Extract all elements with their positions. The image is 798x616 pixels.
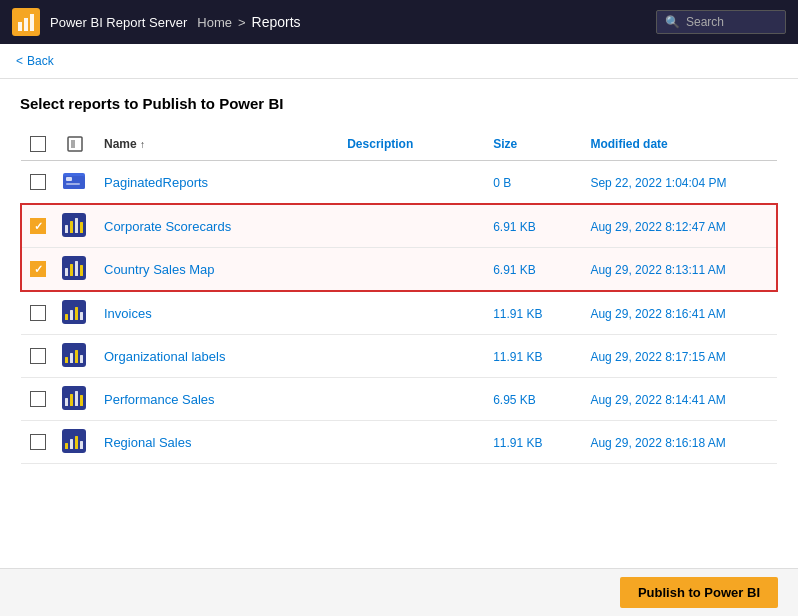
breadcrumb-home[interactable]: Home [197, 15, 232, 30]
item-modified-date: Aug 29, 2022 8:16:41 AM [590, 307, 725, 321]
row-checkbox[interactable] [30, 261, 46, 277]
item-icon [62, 429, 88, 455]
svg-rect-1 [18, 22, 22, 31]
svg-rect-13 [75, 218, 78, 233]
breadcrumb-separator: > [238, 15, 246, 30]
row-checkbox[interactable] [30, 174, 46, 190]
search-box[interactable]: 🔍 Search [656, 10, 786, 34]
item-name[interactable]: Performance Sales [104, 392, 215, 407]
svg-rect-36 [65, 443, 68, 449]
header-size[interactable]: Size [485, 128, 582, 161]
svg-rect-27 [70, 353, 73, 363]
svg-rect-5 [71, 140, 75, 148]
item-icon [62, 213, 88, 239]
svg-rect-37 [70, 439, 73, 449]
item-modified-date: Aug 29, 2022 8:12:47 AM [590, 220, 725, 234]
item-modified-date: Aug 29, 2022 8:14:41 AM [590, 393, 725, 407]
item-icon [62, 300, 88, 326]
svg-rect-26 [65, 357, 68, 363]
svg-rect-38 [75, 436, 78, 449]
svg-rect-17 [70, 264, 73, 276]
svg-rect-22 [70, 310, 73, 320]
header-checkbox-col [21, 128, 54, 161]
breadcrumb: Home > Reports [197, 14, 646, 30]
item-size: 11.91 KB [493, 436, 542, 450]
search-label: Search [686, 15, 724, 29]
select-all-checkbox[interactable] [30, 136, 46, 152]
report-table: Name Description Size Modified date Pagi… [20, 128, 778, 464]
item-name[interactable]: Organizational labels [104, 349, 225, 364]
back-bar: < Back [0, 44, 798, 79]
svg-rect-23 [75, 307, 78, 320]
svg-rect-3 [30, 14, 34, 31]
svg-rect-12 [70, 221, 73, 233]
main-content: Select reports to Publish to Power BI [0, 79, 798, 480]
item-modified-date: Aug 29, 2022 8:13:11 AM [590, 263, 725, 277]
app-header: Power BI Report Server Home > Reports 🔍 … [0, 0, 798, 44]
svg-rect-33 [75, 391, 78, 406]
table-body: PaginatedReports0 BSep 22, 2022 1:04:04 … [21, 161, 777, 464]
svg-rect-32 [70, 394, 73, 406]
footer: Publish to Power BI [0, 568, 798, 616]
svg-rect-9 [66, 183, 80, 185]
item-name[interactable]: Corporate Scorecards [104, 219, 231, 234]
svg-rect-19 [80, 265, 83, 276]
page-title: Select reports to Publish to Power BI [20, 95, 778, 112]
search-icon: 🔍 [665, 15, 680, 29]
table-row: Corporate Scorecards6.91 KBAug 29, 2022 … [21, 204, 777, 248]
svg-rect-28 [75, 350, 78, 363]
row-checkbox[interactable] [30, 391, 46, 407]
item-size: 6.91 KB [493, 263, 536, 277]
item-icon [62, 169, 88, 195]
svg-rect-18 [75, 261, 78, 276]
row-checkbox[interactable] [30, 305, 46, 321]
svg-rect-2 [24, 18, 28, 31]
svg-rect-34 [80, 395, 83, 406]
svg-rect-21 [65, 314, 68, 320]
svg-rect-39 [80, 441, 83, 449]
table-row: Country Sales Map6.91 KBAug 29, 2022 8:1… [21, 248, 777, 292]
back-label: Back [27, 54, 54, 68]
row-checkbox[interactable] [30, 218, 46, 234]
svg-rect-31 [65, 398, 68, 406]
item-modified-date: Aug 29, 2022 8:16:18 AM [590, 436, 725, 450]
item-size: 11.91 KB [493, 307, 542, 321]
header-description[interactable]: Description [339, 128, 485, 161]
app-name: Power BI Report Server [50, 15, 187, 30]
table-row: Organizational labels11.91 KBAug 29, 202… [21, 335, 777, 378]
header-type-icon [66, 135, 84, 153]
table-row: Regional Sales11.91 KBAug 29, 2022 8:16:… [21, 421, 777, 464]
item-name[interactable]: Regional Sales [104, 435, 191, 450]
breadcrumb-current: Reports [252, 14, 301, 30]
back-chevron-icon: < [16, 54, 23, 68]
header-icon-col [54, 128, 96, 161]
row-checkbox[interactable] [30, 434, 46, 450]
header-modified[interactable]: Modified date [582, 128, 777, 161]
item-size: 6.95 KB [493, 393, 536, 407]
item-name[interactable]: Invoices [104, 306, 152, 321]
svg-rect-24 [80, 312, 83, 320]
row-checkbox[interactable] [30, 348, 46, 364]
item-name[interactable]: PaginatedReports [104, 175, 208, 190]
item-size: 0 B [493, 176, 511, 190]
publish-button[interactable]: Publish to Power BI [620, 577, 778, 608]
svg-rect-11 [65, 225, 68, 233]
table-row: Invoices11.91 KBAug 29, 2022 8:16:41 AM [21, 291, 777, 335]
header-name[interactable]: Name [96, 128, 339, 161]
table-row: PaginatedReports0 BSep 22, 2022 1:04:04 … [21, 161, 777, 205]
item-modified-date: Aug 29, 2022 8:17:15 AM [590, 350, 725, 364]
item-modified-date: Sep 22, 2022 1:04:04 PM [590, 176, 726, 190]
item-name[interactable]: Country Sales Map [104, 262, 215, 277]
svg-rect-14 [80, 222, 83, 233]
svg-rect-29 [80, 355, 83, 363]
item-icon [62, 256, 88, 282]
table-row: Performance Sales6.95 KBAug 29, 2022 8:1… [21, 378, 777, 421]
svg-rect-16 [65, 268, 68, 276]
svg-rect-8 [66, 177, 72, 181]
item-size: 11.91 KB [493, 350, 542, 364]
item-icon [62, 343, 88, 369]
table-header-row: Name Description Size Modified date [21, 128, 777, 161]
back-button[interactable]: < Back [16, 54, 782, 68]
app-logo [12, 8, 40, 36]
item-icon [62, 386, 88, 412]
